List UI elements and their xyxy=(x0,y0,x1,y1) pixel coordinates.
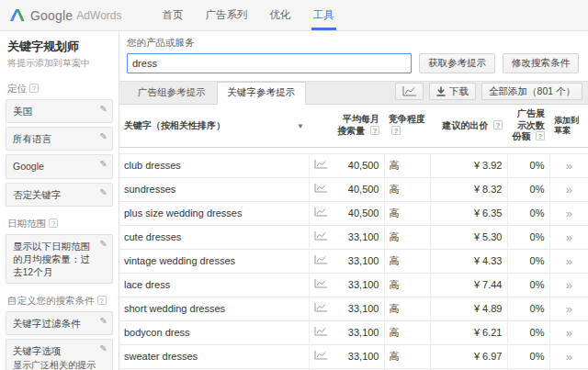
logo-adwords-text: AdWords xyxy=(76,9,121,22)
sidebar-card[interactable]: 关键字过滤条件✎ xyxy=(6,311,113,335)
keyword-cell: plus size wedding dresses xyxy=(119,201,309,225)
adwords-logo-icon xyxy=(9,8,25,22)
trend-cell xyxy=(309,344,333,368)
impression-share-cell: 0% xyxy=(507,273,549,297)
trend-chart-icon[interactable] xyxy=(314,160,327,171)
sidebar-card[interactable]: 否定关键字✎ xyxy=(6,183,113,207)
add-cell: » xyxy=(549,225,588,249)
tab-ad-group-ideas[interactable]: 广告组参考提示 xyxy=(127,82,217,105)
table-spacer-row xyxy=(119,147,588,153)
trend-chart-icon[interactable] xyxy=(314,231,327,242)
sidebar-section: 日期范围?显示以下日期范围的月均搜索量：过去12个月✎ xyxy=(0,218,119,285)
column-bid: 建议的出价 ? xyxy=(430,105,507,147)
impression-share-cell: 0% xyxy=(507,153,549,177)
trend-cell xyxy=(309,201,333,225)
volume-cell: 40,500 xyxy=(333,177,384,201)
download-button[interactable]: 下载 xyxy=(429,83,476,100)
add-cell: » xyxy=(549,153,588,177)
trend-chart-icon[interactable] xyxy=(314,255,327,266)
adwords-logo[interactable]: Google AdWords xyxy=(0,0,135,30)
edit-pencil-icon[interactable]: ✎ xyxy=(100,104,107,114)
edit-pencil-icon[interactable]: ✎ xyxy=(100,131,107,141)
tab-keyword-ideas[interactable]: 关键字参考提示 xyxy=(217,82,307,105)
add-all-button[interactable]: 全部添加（801 个） xyxy=(481,83,582,100)
help-icon[interactable]: ? xyxy=(493,120,503,129)
help-icon[interactable]: ? xyxy=(536,131,545,140)
add-to-plan-icon[interactable]: » xyxy=(566,183,572,196)
impression-share-cell: 0% xyxy=(507,177,549,201)
get-ideas-button[interactable]: 获取参考提示 xyxy=(419,53,495,73)
trend-chart-icon[interactable] xyxy=(314,207,327,219)
sort-dropdown-icon[interactable]: ▼ xyxy=(297,122,304,131)
trend-chart-icon[interactable] xyxy=(314,279,327,290)
trend-cell xyxy=(309,153,333,177)
trend-chart-icon[interactable] xyxy=(314,184,327,195)
add-to-plan-icon[interactable]: » xyxy=(566,326,572,340)
competition-cell: 高 xyxy=(384,273,430,297)
add-to-plan-icon[interactable]: » xyxy=(566,254,572,268)
sidebar-card-label: 所有语言 xyxy=(13,132,96,145)
trend-chart-icon[interactable] xyxy=(314,351,327,362)
page-subtitle: 将提示添加到草案中 xyxy=(7,57,111,70)
edit-pencil-icon[interactable]: ✎ xyxy=(100,316,107,326)
table-row: cute dresses33,100高¥ 5.300%» xyxy=(119,225,588,249)
keyword-cell: sweater dresses xyxy=(119,344,309,368)
sidebar-card[interactable]: Google✎ xyxy=(6,154,113,178)
help-icon[interactable]: ? xyxy=(29,84,39,93)
add-to-plan-icon[interactable]: » xyxy=(566,207,572,220)
keyword-cell: short wedding dresses xyxy=(119,297,309,320)
edit-pencil-icon[interactable]: ✎ xyxy=(100,343,107,353)
volume-cell: 40,500 xyxy=(333,201,384,225)
table-row: sundresses40,500高¥ 8.320%» xyxy=(119,177,588,201)
sidebar-section: 定位?美国✎所有语言✎Google✎否定关键字✎ xyxy=(0,83,119,207)
top-header: Google AdWords 首页广告系列优化工具 xyxy=(0,0,588,31)
add-cell: » xyxy=(549,249,588,273)
impression-share-cell: 0% xyxy=(507,344,549,368)
keyword-cell: cute dresses xyxy=(119,225,309,249)
help-icon[interactable]: ? xyxy=(391,126,401,135)
trend-chart-icon[interactable] xyxy=(314,303,327,314)
table-row: plus size wedding dresses40,500高¥ 6.350%… xyxy=(119,201,588,225)
impression-share-cell: 0% xyxy=(507,297,549,320)
search-input[interactable] xyxy=(127,53,412,73)
help-icon[interactable]: ? xyxy=(370,126,379,135)
trend-chart-icon[interactable] xyxy=(314,327,327,338)
modify-search-button[interactable]: 修改搜索条件 xyxy=(503,53,579,73)
nav-item[interactable]: 优化 xyxy=(259,0,302,30)
trend-cell xyxy=(309,249,333,273)
impression-share-cell: 0% xyxy=(507,201,549,225)
impression-share-cell: 0% xyxy=(507,320,549,344)
tabs: 广告组参考提示关键字参考提示 xyxy=(127,82,306,104)
toolbar: 下载 全部添加（801 个） xyxy=(390,82,588,104)
table-row: vintage wedding dresses33,100高¥ 4.330%» xyxy=(119,249,588,273)
add-to-plan-icon[interactable]: » xyxy=(566,159,572,173)
trend-cell xyxy=(309,297,333,320)
nav-item[interactable]: 首页 xyxy=(152,0,195,30)
volume-cell: 33,100 xyxy=(333,320,384,344)
nav-item[interactable]: 广告系列 xyxy=(195,0,259,30)
chart-button[interactable] xyxy=(395,83,424,100)
nav-item[interactable]: 工具 xyxy=(302,0,345,30)
sidebar-card[interactable]: 关键字选项显示广泛相关的提示隐藏我帐户中的关键字隐藏我草案中的关键字✎ xyxy=(6,339,113,370)
sidebar-card[interactable]: 所有语言✎ xyxy=(6,127,113,151)
help-icon[interactable]: ? xyxy=(49,219,58,228)
help-icon[interactable]: ? xyxy=(97,296,107,305)
keyword-cell: lace dress xyxy=(119,273,309,297)
add-to-plan-icon[interactable]: » xyxy=(566,230,572,244)
table-row: sweater dresses33,100高¥ 6.970%» xyxy=(119,344,588,368)
sidebar-card[interactable]: 显示以下日期范围的月均搜索量：过去12个月✎ xyxy=(6,234,113,285)
add-to-plan-icon[interactable]: » xyxy=(566,278,572,292)
edit-pencil-icon[interactable]: ✎ xyxy=(100,159,107,169)
edit-pencil-icon[interactable]: ✎ xyxy=(100,239,107,249)
add-to-plan-icon[interactable]: » xyxy=(566,350,572,364)
sidebar-section-title: 日期范围? xyxy=(7,218,111,230)
sidebar-card[interactable]: 美国✎ xyxy=(6,99,113,123)
bid-cell: ¥ 5.30 xyxy=(430,225,507,249)
keyword-table: ▼ 关键字（按相关性排序） 平均每月搜索量 ? 竞争程度 ? 建议的出价 ? xyxy=(119,105,588,370)
add-to-plan-icon[interactable]: » xyxy=(566,302,572,316)
sidebar-card-option: 显示广泛相关的提示 xyxy=(13,358,96,370)
column-competition-label: 竞争程度 xyxy=(389,114,425,124)
table-row: club dresses40,500高¥ 3.920%» xyxy=(119,153,588,177)
search-area: 您的产品或服务 获取参考提示 修改搜索条件 xyxy=(119,31,588,81)
edit-pencil-icon[interactable]: ✎ xyxy=(100,187,107,197)
